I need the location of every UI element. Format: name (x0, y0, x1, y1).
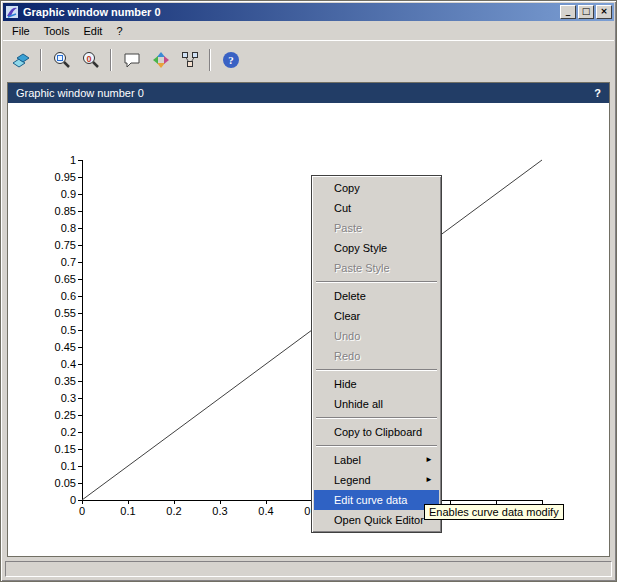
menu-edit[interactable]: Edit (76, 23, 109, 39)
context-menu-item-label: Delete (334, 290, 366, 302)
context-menu-item-redo[interactable]: Redo (314, 346, 439, 366)
context-menu-item-delete[interactable]: Delete (314, 286, 439, 306)
y-tick-label: 0.2 (44, 426, 76, 438)
menu-separator (316, 445, 437, 447)
menu-bar: FileToolsEdit? (3, 21, 614, 40)
menu-separator (316, 369, 437, 371)
context-menu-item-label: Label (334, 454, 361, 466)
y-tick-label: 0.7 (44, 256, 76, 268)
svg-text:0: 0 (86, 53, 91, 63)
x-tick-label: 0.4 (252, 505, 280, 517)
toolbar-separator (209, 49, 211, 71)
context-menu-item-unhide-all[interactable]: Unhide all (314, 394, 439, 414)
status-bar (5, 561, 612, 577)
original-view-icon[interactable]: 0 (77, 46, 104, 73)
stacked-sheets-icon[interactable] (7, 46, 34, 73)
y-tick-label: 0.55 (44, 307, 76, 319)
y-tick-label: 0.85 (44, 205, 76, 217)
context-menu-item-label: Clear (334, 310, 360, 322)
y-tick-label: 0.75 (44, 239, 76, 251)
y-tick-label: 0.25 (44, 409, 76, 421)
y-tick-label: 0.65 (44, 273, 76, 285)
context-menu-item-label: Paste (334, 222, 362, 234)
context-menu-item-label: Redo (334, 350, 360, 362)
y-tick-label: 0.9 (44, 188, 76, 200)
speech-bubble-icon[interactable] (118, 46, 145, 73)
toolbar-separator (110, 49, 112, 71)
menu-file[interactable]: File (5, 23, 37, 39)
context-menu-item-label: Cut (334, 202, 351, 214)
context-menu-item-legend[interactable]: Legend► (314, 470, 439, 490)
toolbar-separator (40, 49, 42, 71)
minimize-button[interactable]: _ (560, 5, 576, 19)
context-menu-item-clear[interactable]: Clear (314, 306, 439, 326)
y-tick-label: 1 (44, 154, 76, 166)
app-window: Graphic window number 0 _ □ × FileToolsE… (0, 0, 617, 582)
context-menu-item-label: Unhide all (334, 398, 383, 410)
y-tick-label: 0.3 (44, 392, 76, 404)
plot-canvas[interactable]: CopyCutPasteCopy StylePaste StyleDeleteC… (8, 103, 609, 556)
context-menu-item-label: Copy (334, 182, 360, 194)
close-button[interactable]: × (596, 5, 612, 19)
menu-help[interactable]: ? (109, 23, 129, 39)
context-menu-item-edit-curve-data[interactable]: Edit curve data (314, 490, 439, 510)
x-tick-label: 0.1 (114, 505, 142, 517)
graph-editor-icon[interactable] (176, 46, 203, 73)
menu-separator (316, 417, 437, 419)
context-menu-item-label: Legend (334, 474, 371, 486)
svg-text:?: ? (228, 54, 234, 66)
rotation-icon[interactable] (147, 46, 174, 73)
y-tick-label: 0.6 (44, 290, 76, 302)
help-icon[interactable]: ? (217, 46, 244, 73)
maximize-button[interactable]: □ (578, 5, 594, 19)
context-menu-item-label: Undo (334, 330, 360, 342)
dock-title: Graphic window number 0 (16, 87, 144, 99)
context-menu-item-open-quick-editor[interactable]: Open Quick Editor (314, 510, 439, 530)
context-menu-item-label: Edit curve data (334, 494, 407, 506)
x-tick-label: 0 (68, 505, 96, 517)
y-tick-label: 0.8 (44, 222, 76, 234)
context-menu-item-label: Copy Style (334, 242, 387, 254)
context-menu-item-copy-style[interactable]: Copy Style (314, 238, 439, 258)
context-menu-item-label: Copy to Clipboard (334, 426, 422, 438)
context-menu-item-hide[interactable]: Hide (314, 374, 439, 394)
x-tick-label: 0.2 (160, 505, 188, 517)
context-menu-item-copy-to-clipboard[interactable]: Copy to Clipboard (314, 422, 439, 442)
context-menu-item-cut[interactable]: Cut (314, 198, 439, 218)
y-tick-label: 0.35 (44, 375, 76, 387)
context-menu-item-label: Hide (334, 378, 357, 390)
y-tick-label: 0.5 (44, 324, 76, 336)
tooltip: Enables curve data modify (424, 504, 564, 520)
y-tick-label: 0.45 (44, 341, 76, 353)
context-menu-item-paste[interactable]: Paste (314, 218, 439, 238)
title-bar: Graphic window number 0 _ □ × (3, 3, 614, 21)
submenu-arrow-icon: ► (425, 450, 433, 470)
zoom-area-icon[interactable] (48, 46, 75, 73)
context-menu-item-label: Open Quick Editor (334, 514, 424, 526)
window-controls: _ □ × (560, 5, 612, 19)
menu-tools[interactable]: Tools (37, 23, 77, 39)
dock-help-icon[interactable]: ? (594, 87, 601, 99)
app-icon (5, 5, 19, 19)
y-tick-label: 0.1 (44, 460, 76, 472)
window-title: Graphic window number 0 (23, 6, 556, 18)
submenu-arrow-icon: ► (425, 470, 433, 490)
y-tick-label: 0.4 (44, 358, 76, 370)
context-menu-item-label[interactable]: Label► (314, 450, 439, 470)
toolbar: 0? (3, 40, 614, 78)
y-tick-label: 0.15 (44, 443, 76, 455)
x-tick-label: 0.3 (206, 505, 234, 517)
plot-svg (8, 103, 609, 556)
context-menu-item-copy[interactable]: Copy (314, 178, 439, 198)
context-menu-item-undo[interactable]: Undo (314, 326, 439, 346)
context-menu-item-paste-style[interactable]: Paste Style (314, 258, 439, 278)
client-area: Graphic window number 0 ? CopyCutPasteCo… (7, 82, 610, 557)
y-tick-label: 0.95 (44, 171, 76, 183)
y-tick-label: 0.05 (44, 477, 76, 489)
context-menu: CopyCutPasteCopy StylePaste StyleDeleteC… (311, 175, 442, 533)
dock-bar: Graphic window number 0 ? (8, 83, 609, 103)
context-menu-item-label: Paste Style (334, 262, 390, 274)
menu-separator (316, 281, 437, 283)
